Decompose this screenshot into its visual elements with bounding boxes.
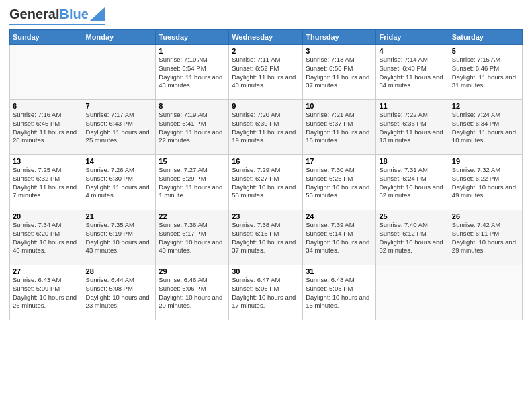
day-number: 24 <box>306 212 373 220</box>
calendar-cell: 2Sunrise: 7:11 AMSunset: 6:52 PMDaylight… <box>229 45 303 100</box>
calendar-cell: 22Sunrise: 7:36 AMSunset: 6:17 PMDayligh… <box>156 210 229 265</box>
day-info: Sunrise: 7:22 AMSunset: 6:36 PMDaylight:… <box>379 111 445 145</box>
day-number: 2 <box>232 47 300 55</box>
calendar-table: SundayMondayTuesdayWednesdayThursdayFrid… <box>9 29 523 320</box>
day-info: Sunrise: 7:34 AMSunset: 6:20 PMDaylight:… <box>13 221 80 255</box>
day-number: 1 <box>159 47 226 55</box>
weekday-header: Wednesday <box>229 30 303 45</box>
day-number: 25 <box>379 212 445 220</box>
calendar-cell: 3Sunrise: 7:13 AMSunset: 6:50 PMDaylight… <box>303 45 376 100</box>
calendar-cell: 20Sunrise: 7:34 AMSunset: 6:20 PMDayligh… <box>10 210 83 265</box>
calendar-cell: 5Sunrise: 7:15 AMSunset: 6:46 PMDaylight… <box>449 45 522 100</box>
day-number: 23 <box>232 212 300 220</box>
calendar-cell: 7Sunrise: 7:17 AMSunset: 6:43 PMDaylight… <box>83 100 156 155</box>
day-info: Sunrise: 7:19 AMSunset: 6:41 PMDaylight:… <box>159 111 226 145</box>
calendar-cell: 27Sunrise: 6:43 AMSunset: 5:09 PMDayligh… <box>10 265 83 320</box>
day-info: Sunrise: 7:29 AMSunset: 6:27 PMDaylight:… <box>232 166 300 200</box>
day-number: 10 <box>306 102 373 110</box>
calendar-cell: 28Sunrise: 6:44 AMSunset: 5:08 PMDayligh… <box>83 265 156 320</box>
day-number: 9 <box>232 102 300 110</box>
calendar-cell: 19Sunrise: 7:32 AMSunset: 6:22 PMDayligh… <box>449 155 522 210</box>
day-number: 26 <box>452 212 519 220</box>
calendar-cell: 13Sunrise: 7:25 AMSunset: 6:32 PMDayligh… <box>10 155 83 210</box>
svg-marker-0 <box>90 7 105 21</box>
calendar-cell: 25Sunrise: 7:40 AMSunset: 6:12 PMDayligh… <box>376 210 449 265</box>
calendar-cell: 1Sunrise: 7:10 AMSunset: 6:54 PMDaylight… <box>156 45 229 100</box>
day-info: Sunrise: 7:25 AMSunset: 6:32 PMDaylight:… <box>13 166 80 200</box>
weekday-header: Saturday <box>449 30 522 45</box>
day-info: Sunrise: 7:17 AMSunset: 6:43 PMDaylight:… <box>86 111 153 145</box>
calendar-cell: 9Sunrise: 7:20 AMSunset: 6:39 PMDaylight… <box>229 100 303 155</box>
day-info: Sunrise: 7:42 AMSunset: 6:11 PMDaylight:… <box>452 221 519 255</box>
day-number: 8 <box>159 102 226 110</box>
day-number: 27 <box>13 267 80 275</box>
calendar-week-row: 6Sunrise: 7:16 AMSunset: 6:45 PMDaylight… <box>10 100 523 155</box>
day-info: Sunrise: 7:14 AMSunset: 6:48 PMDaylight:… <box>379 56 445 90</box>
calendar-cell: 12Sunrise: 7:24 AMSunset: 6:34 PMDayligh… <box>449 100 522 155</box>
calendar-cell: 10Sunrise: 7:21 AMSunset: 6:37 PMDayligh… <box>303 100 376 155</box>
weekday-header: Monday <box>83 30 156 45</box>
logo-blue: Blue <box>59 7 88 22</box>
day-info: Sunrise: 7:36 AMSunset: 6:17 PMDaylight:… <box>159 221 226 255</box>
calendar-week-row: 20Sunrise: 7:34 AMSunset: 6:20 PMDayligh… <box>10 210 523 265</box>
day-number: 15 <box>159 157 226 165</box>
calendar-cell <box>376 265 449 320</box>
day-number: 17 <box>306 157 373 165</box>
calendar-cell: 17Sunrise: 7:30 AMSunset: 6:25 PMDayligh… <box>303 155 376 210</box>
calendar-week-row: 27Sunrise: 6:43 AMSunset: 5:09 PMDayligh… <box>10 265 523 320</box>
day-number: 31 <box>306 267 373 275</box>
day-number: 4 <box>379 47 445 55</box>
calendar-cell: 24Sunrise: 7:39 AMSunset: 6:14 PMDayligh… <box>303 210 376 265</box>
weekday-header: Tuesday <box>156 30 229 45</box>
calendar-cell <box>83 45 156 100</box>
day-info: Sunrise: 7:11 AMSunset: 6:52 PMDaylight:… <box>232 56 300 90</box>
day-info: Sunrise: 7:30 AMSunset: 6:25 PMDaylight:… <box>306 166 373 200</box>
day-info: Sunrise: 6:43 AMSunset: 5:09 PMDaylight:… <box>13 276 80 310</box>
calendar-week-row: 13Sunrise: 7:25 AMSunset: 6:32 PMDayligh… <box>10 155 523 210</box>
day-number: 14 <box>86 157 153 165</box>
day-info: Sunrise: 7:32 AMSunset: 6:22 PMDaylight:… <box>452 166 519 200</box>
day-info: Sunrise: 7:10 AMSunset: 6:54 PMDaylight:… <box>159 56 226 90</box>
day-info: Sunrise: 6:46 AMSunset: 5:06 PMDaylight:… <box>159 276 226 310</box>
day-info: Sunrise: 7:20 AMSunset: 6:39 PMDaylight:… <box>232 111 300 145</box>
calendar-week-row: 1Sunrise: 7:10 AMSunset: 6:54 PMDaylight… <box>10 45 523 100</box>
day-number: 22 <box>159 212 226 220</box>
day-info: Sunrise: 7:24 AMSunset: 6:34 PMDaylight:… <box>452 111 519 145</box>
weekday-header: Friday <box>376 30 449 45</box>
calendar-cell: 16Sunrise: 7:29 AMSunset: 6:27 PMDayligh… <box>229 155 303 210</box>
day-number: 5 <box>452 47 519 55</box>
day-info: Sunrise: 7:26 AMSunset: 6:30 PMDaylight:… <box>86 166 153 200</box>
calendar-cell: 21Sunrise: 7:35 AMSunset: 6:19 PMDayligh… <box>83 210 156 265</box>
day-info: Sunrise: 7:35 AMSunset: 6:19 PMDaylight:… <box>86 221 153 255</box>
day-info: Sunrise: 7:39 AMSunset: 6:14 PMDaylight:… <box>306 221 373 255</box>
day-number: 7 <box>86 102 153 110</box>
day-number: 16 <box>232 157 300 165</box>
day-number: 18 <box>379 157 445 165</box>
calendar-header-row: SundayMondayTuesdayWednesdayThursdayFrid… <box>10 30 523 45</box>
weekday-header: Sunday <box>10 30 83 45</box>
day-info: Sunrise: 7:16 AMSunset: 6:45 PMDaylight:… <box>13 111 80 145</box>
day-number: 6 <box>13 102 80 110</box>
calendar-cell: 8Sunrise: 7:19 AMSunset: 6:41 PMDaylight… <box>156 100 229 155</box>
day-info: Sunrise: 7:40 AMSunset: 6:12 PMDaylight:… <box>379 221 445 255</box>
day-info: Sunrise: 6:44 AMSunset: 5:08 PMDaylight:… <box>86 276 153 310</box>
day-info: Sunrise: 6:48 AMSunset: 5:03 PMDaylight:… <box>306 276 373 310</box>
calendar-cell: 23Sunrise: 7:38 AMSunset: 6:15 PMDayligh… <box>229 210 303 265</box>
logo-general: General <box>9 7 59 22</box>
day-info: Sunrise: 7:13 AMSunset: 6:50 PMDaylight:… <box>306 56 373 90</box>
calendar-cell: 18Sunrise: 7:31 AMSunset: 6:24 PMDayligh… <box>376 155 449 210</box>
day-number: 13 <box>13 157 80 165</box>
calendar-cell <box>449 265 522 320</box>
calendar-cell <box>10 45 83 100</box>
header: General Blue <box>9 7 523 25</box>
calendar-cell: 30Sunrise: 6:47 AMSunset: 5:05 PMDayligh… <box>229 265 303 320</box>
calendar-cell: 15Sunrise: 7:27 AMSunset: 6:29 PMDayligh… <box>156 155 229 210</box>
calendar-cell: 29Sunrise: 6:46 AMSunset: 5:06 PMDayligh… <box>156 265 229 320</box>
calendar-cell: 14Sunrise: 7:26 AMSunset: 6:30 PMDayligh… <box>83 155 156 210</box>
day-number: 3 <box>306 47 373 55</box>
day-number: 29 <box>159 267 226 275</box>
calendar-cell: 11Sunrise: 7:22 AMSunset: 6:36 PMDayligh… <box>376 100 449 155</box>
day-info: Sunrise: 7:31 AMSunset: 6:24 PMDaylight:… <box>379 166 445 200</box>
day-number: 19 <box>452 157 519 165</box>
weekday-header: Thursday <box>303 30 376 45</box>
